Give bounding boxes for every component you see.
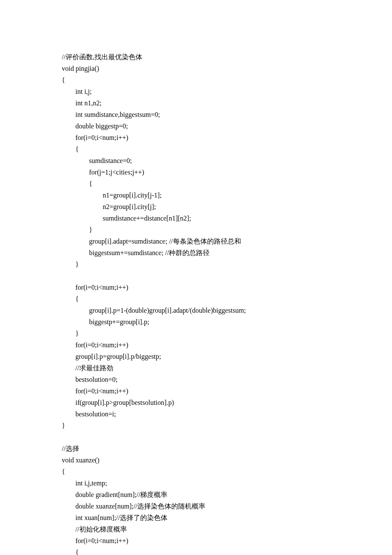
code-line: for(i=0;i<num;i++): [62, 385, 392, 397]
code-line: for(i=0;i<num;i++): [62, 282, 392, 293]
code-line: double biggestp=0;: [62, 120, 392, 132]
code-block: //评价函数,找出最优染色体void pingjia(){ int i,j; i…: [62, 51, 392, 555]
code-line: //评价函数,找出最优染色体: [62, 51, 392, 63]
code-line: int i,j;: [62, 86, 392, 97]
code-line: int sumdistance,biggestsum=0;: [62, 109, 392, 120]
code-line: biggestsum+=sumdistance; //种群的总路径: [62, 247, 392, 259]
code-line: int i,j,temp;: [62, 477, 392, 489]
code-line: double xuanze[num];//选择染色体的随机概率: [62, 500, 392, 512]
code-line: //初始化梯度概率: [62, 523, 392, 535]
code-line: int xuan[num];//选择了的染色体: [62, 512, 392, 523]
code-line: void pingjia(): [62, 63, 392, 74]
code-line: group[i].adapt=sumdistance; //每条染色体的路径总和: [62, 235, 392, 247]
code-line: }: [62, 328, 392, 339]
code-line: int n1,n2;: [62, 97, 392, 109]
code-line: for(i=0;i<num;i++): [62, 132, 392, 143]
code-line: [62, 270, 392, 282]
code-line: for(j=1;j<cities;j++): [62, 166, 392, 178]
code-line: n2=group[i].city[j];: [62, 201, 392, 212]
code-line: group[i].p=1-(double)group[i].adapt/(dou…: [62, 305, 392, 316]
code-line: bestsolution=0;: [62, 374, 392, 385]
code-line: bestsolution=i;: [62, 408, 392, 420]
code-line: biggestp+=group[i].p;: [62, 316, 392, 328]
code-line: group[i].p=group[i].p/biggestp;: [62, 351, 392, 362]
code-line: double gradient[num];//梯度概率: [62, 489, 392, 500]
code-line: //选择: [62, 443, 392, 454]
code-line: sumdistance+=distance[n1][n2];: [62, 212, 392, 224]
code-line: {: [62, 143, 392, 155]
code-line: for(i=0;i<num;i++): [62, 339, 392, 351]
document-page: //评价函数,找出最优染色体void pingjia(){ int i,j; i…: [0, 0, 392, 555]
code-line: }: [62, 420, 392, 431]
code-line: {: [62, 466, 392, 477]
code-line: sumdistance=0;: [62, 155, 392, 166]
code-line: }: [62, 259, 392, 270]
code-line: [62, 431, 392, 443]
code-line: {: [62, 74, 392, 86]
code-line: void xuanze(): [62, 454, 392, 466]
code-line: //求最佳路劲: [62, 362, 392, 374]
code-line: for(i=0;i<num;i++): [62, 535, 392, 546]
code-line: {: [62, 293, 392, 305]
code-line: n1=group[i].city[j-1];: [62, 189, 392, 201]
code-line: if(group[i].p>group[bestsolution].p): [62, 397, 392, 408]
code-line: }: [62, 224, 392, 235]
code-line: {: [62, 178, 392, 189]
code-line: {: [62, 546, 392, 555]
